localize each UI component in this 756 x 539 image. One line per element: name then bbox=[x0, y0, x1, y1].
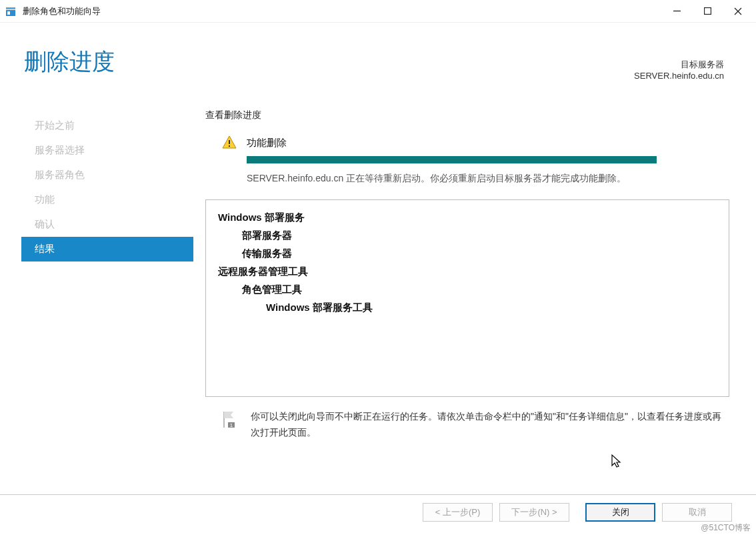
step-server-select: 服务器选择 bbox=[21, 138, 193, 163]
next-button: 下一步(N) > bbox=[499, 503, 569, 522]
cancel-button: 取消 bbox=[662, 503, 732, 522]
step-before-begin: 开始之前 bbox=[21, 113, 193, 138]
window-controls bbox=[661, 0, 753, 22]
step-server-roles: 服务器角色 bbox=[21, 163, 193, 187]
title-bar: 删除角色和功能向导 bbox=[0, 0, 756, 23]
target-server-label: 目标服务器 bbox=[634, 59, 724, 71]
section-label: 查看删除进度 bbox=[205, 109, 729, 121]
status-message: SERVER.heinfo.edu.cn 正在等待重新启动。你必须重新启动目标服… bbox=[205, 173, 729, 185]
detail-item: 部署服务器 bbox=[218, 226, 717, 244]
target-server-name: SERVER.heinfo.edu.cn bbox=[634, 71, 724, 81]
flag-icon: 1 bbox=[221, 410, 239, 441]
progress-wrap bbox=[205, 156, 729, 163]
status-row: 功能删除 bbox=[205, 135, 729, 151]
details-box: Windows 部署服务 部署服务器 传输服务器 远程服务器管理工具 角色管理工… bbox=[205, 199, 729, 397]
svg-rect-8 bbox=[229, 145, 230, 147]
svg-text:1: 1 bbox=[230, 422, 233, 428]
note-text: 你可以关闭此向导而不中断正在运行的任务。请依次单击命令栏中的"通知"和"任务详细… bbox=[251, 409, 727, 441]
cursor-icon bbox=[611, 454, 623, 471]
minimize-button[interactable] bbox=[661, 0, 692, 22]
step-features: 功能 bbox=[21, 187, 193, 212]
detail-item: 角色管理工具 bbox=[218, 280, 717, 298]
step-results[interactable]: 结果 bbox=[21, 237, 193, 261]
page-title: 删除进度 bbox=[24, 47, 724, 77]
warning-icon bbox=[221, 135, 237, 151]
svg-rect-1 bbox=[6, 7, 15, 9]
button-bar: < 上一步(P) 下一步(N) > 关闭 取消 bbox=[0, 494, 756, 522]
watermark: @51CTO博客 bbox=[701, 522, 751, 534]
detail-item: Windows 部署服务 bbox=[218, 208, 717, 226]
svg-rect-2 bbox=[7, 11, 10, 15]
target-server-info: 目标服务器 SERVER.heinfo.edu.cn bbox=[634, 59, 724, 81]
svg-rect-7 bbox=[229, 140, 230, 144]
step-confirm: 确认 bbox=[21, 212, 193, 237]
previous-button: < 上一步(P) bbox=[423, 503, 493, 522]
close-wizard-button[interactable]: 关闭 bbox=[585, 503, 655, 522]
detail-item: 传输服务器 bbox=[218, 244, 717, 262]
main-panel: 查看删除进度 功能删除 SERVER.heinfo.edu.cn 正在等待重新启… bbox=[193, 109, 749, 441]
progress-bar bbox=[247, 156, 657, 163]
close-button[interactable] bbox=[723, 0, 753, 22]
note-row: 1 你可以关闭此向导而不中断正在运行的任务。请依次单击命令栏中的"通知"和"任务… bbox=[205, 397, 729, 441]
maximize-button[interactable] bbox=[692, 0, 723, 22]
detail-item: Windows 部署服务工具 bbox=[218, 298, 717, 316]
content: 开始之前 服务器选择 服务器角色 功能 确认 结果 查看删除进度 功能删除 SE… bbox=[0, 109, 756, 441]
svg-rect-4 bbox=[704, 8, 711, 15]
status-title: 功能删除 bbox=[247, 137, 287, 149]
app-icon bbox=[5, 6, 16, 17]
header: 删除进度 目标服务器 SERVER.heinfo.edu.cn bbox=[0, 23, 756, 109]
detail-item: 远程服务器管理工具 bbox=[218, 262, 717, 280]
window-title: 删除角色和功能向导 bbox=[23, 5, 661, 17]
wizard-steps: 开始之前 服务器选择 服务器角色 功能 确认 结果 bbox=[0, 109, 193, 441]
